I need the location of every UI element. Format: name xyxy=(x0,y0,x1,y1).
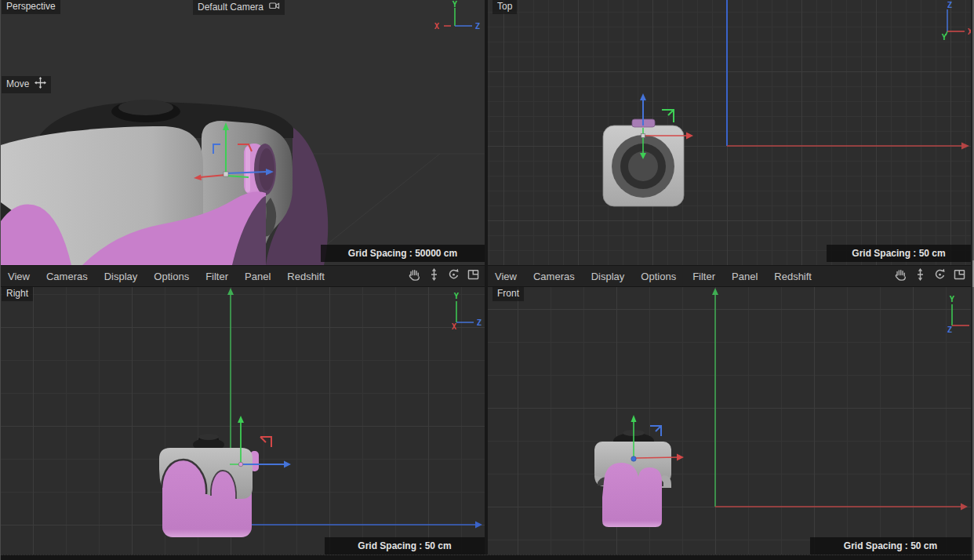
viewport-top[interactable]: Top Grid Spacing : 50 cm Z X Y xyxy=(488,0,971,265)
viewport-title-right: Right xyxy=(2,287,33,301)
menu-item-cameras[interactable]: Cameras xyxy=(533,271,575,282)
camera-icon xyxy=(269,1,280,13)
hand-pan-icon[interactable] xyxy=(893,267,908,285)
menu-item-options[interactable]: Options xyxy=(641,271,676,282)
rotate-view-icon[interactable] xyxy=(446,267,461,285)
rotate-view-icon[interactable] xyxy=(932,267,947,285)
front-scene xyxy=(488,287,971,555)
viewport-menubar-front-view: ViewCamerasDisplayOptionsFilterPanelReds… xyxy=(488,265,971,287)
axis-label-up: Z xyxy=(947,0,952,9)
hand-pan-icon[interactable] xyxy=(407,267,422,285)
perspective-scene xyxy=(1,0,485,265)
axis-label-right: X xyxy=(968,27,971,36)
grid-spacing-readout: Grid Spacing : 50000 cm xyxy=(321,245,485,262)
viewport-right[interactable]: Right Grid Spacing : 50 cm Y Z X xyxy=(1,287,485,555)
axis-label-right: Z xyxy=(477,318,482,327)
dolly-zoom-icon[interactable] xyxy=(913,267,928,285)
menu-item-display[interactable]: Display xyxy=(104,271,138,282)
menu-item-display[interactable]: Display xyxy=(591,271,625,282)
viewport-menubar-right-view: ViewCamerasDisplayOptionsFilterPanelReds… xyxy=(1,265,485,287)
axis-label-left: X xyxy=(434,21,440,31)
axis-label-right: Z xyxy=(475,21,480,31)
axis-label-origin: Z xyxy=(947,325,952,334)
axis-label-up: Y xyxy=(452,0,458,9)
axis-label-up: Y xyxy=(950,294,955,304)
axis-label-origin: X xyxy=(452,322,457,331)
orientation-gizmo[interactable]: Y X Z xyxy=(428,0,483,39)
menu-item-view[interactable]: View xyxy=(495,271,517,282)
toggle-active-view-icon[interactable] xyxy=(952,267,967,285)
move-cross-icon xyxy=(35,77,46,91)
viewport-perspective[interactable]: Perspective Default Camera Move Grid Spa… xyxy=(1,0,485,265)
menu-item-view[interactable]: View xyxy=(8,271,30,282)
right-scene xyxy=(1,287,485,555)
menu-item-panel[interactable]: Panel xyxy=(732,271,758,282)
viewport-nav-icons xyxy=(407,266,481,286)
timeline-edge-strip xyxy=(1,555,971,560)
menu-item-cameras[interactable]: Cameras xyxy=(46,271,88,282)
viewport-title-top: Top xyxy=(492,0,517,14)
camera-label-text: Default Camera xyxy=(198,2,263,13)
viewport-title-perspective: Perspective xyxy=(2,0,60,14)
grid-spacing-readout: Grid Spacing : 50 cm xyxy=(810,537,971,555)
top-scene xyxy=(488,0,971,265)
tool-label-text: Move xyxy=(6,78,29,89)
orientation-gizmo[interactable]: Z X Y xyxy=(924,0,971,41)
viewport-nav-icons xyxy=(893,266,967,286)
orientation-gizmo[interactable]: Y Z X xyxy=(434,290,485,331)
viewport-front[interactable]: Front Grid Spacing : 50 cm Y X Z xyxy=(488,287,971,555)
camera-label[interactable]: Default Camera xyxy=(193,0,285,15)
grid-spacing-readout: Grid Spacing : 50 cm xyxy=(325,537,485,555)
menu-item-panel[interactable]: Panel xyxy=(245,271,271,282)
panel-edge-strip[interactable] xyxy=(971,0,974,560)
axis-label-down: Y xyxy=(942,32,947,41)
menu-item-options[interactable]: Options xyxy=(154,271,189,282)
toggle-active-view-icon[interactable] xyxy=(466,267,481,285)
menu-item-redshift[interactable]: Redshift xyxy=(287,271,325,282)
grid-spacing-readout: Grid Spacing : 50 cm xyxy=(827,245,971,262)
menu-item-filter[interactable]: Filter xyxy=(692,271,715,282)
c4d-four-view-workspace: Perspective Default Camera Move Grid Spa… xyxy=(0,0,974,560)
orientation-gizmo[interactable]: Y X Z xyxy=(929,293,971,334)
menu-item-redshift[interactable]: Redshift xyxy=(774,271,812,282)
axis-label-up: Y xyxy=(454,291,460,300)
viewport-title-front: Front xyxy=(492,287,524,301)
viewport-divider[interactable] xyxy=(485,0,488,555)
menu-item-filter[interactable]: Filter xyxy=(205,271,228,282)
active-tool-label: Move xyxy=(2,76,51,93)
dolly-zoom-icon[interactable] xyxy=(427,267,442,285)
